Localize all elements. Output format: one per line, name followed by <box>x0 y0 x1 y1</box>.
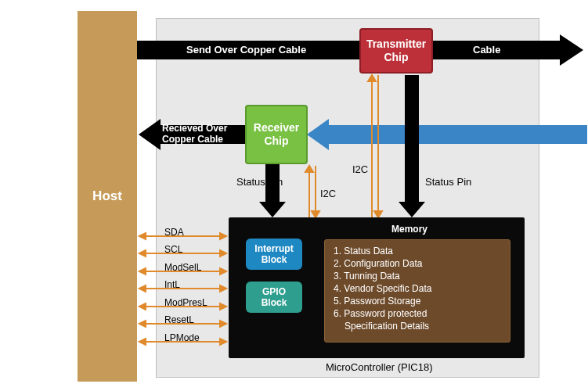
memory-item-6: 6. Password protected <box>334 308 431 319</box>
svg-marker-23 <box>220 250 226 256</box>
svg-marker-12 <box>305 166 313 172</box>
svg-marker-3 <box>307 119 329 150</box>
signal-label-4: ModPresL <box>164 297 207 308</box>
label-status-pin-rx: Status Pin <box>236 176 283 188</box>
signal-line-3 <box>139 285 226 292</box>
svg-marker-38 <box>220 339 226 345</box>
gpio-label-1: GPIO <box>262 286 286 297</box>
receiver-label-1: Receiver <box>254 121 299 135</box>
label-cable: Cable <box>473 44 500 56</box>
arrow-i2c-tx <box>368 75 382 217</box>
svg-marker-17 <box>374 211 382 217</box>
label-i2c-rx: I2C <box>320 188 336 199</box>
signal-label-0: SDA <box>164 227 184 238</box>
interrupt-block: Interrupt Block <box>246 239 302 270</box>
label-send-over-copper: Send Over Copper Cable <box>186 44 306 56</box>
label-recv-2: Copper Cable <box>162 134 223 145</box>
gpio-block: GPIO Block <box>246 282 302 313</box>
signal-label-2: ModSelL <box>164 262 201 273</box>
svg-rect-2 <box>329 125 587 144</box>
arrow-incoming-blue <box>307 119 587 150</box>
svg-marker-37 <box>139 339 146 345</box>
receiver-label-2: Chip <box>264 135 288 148</box>
svg-marker-25 <box>139 268 146 274</box>
svg-marker-19 <box>139 233 146 239</box>
svg-marker-34 <box>139 321 146 327</box>
svg-marker-9 <box>399 202 425 217</box>
svg-marker-35 <box>220 321 226 327</box>
svg-marker-20 <box>220 233 226 239</box>
signal-label-1: SCL <box>164 244 182 255</box>
svg-marker-16 <box>368 75 376 81</box>
signal-lines <box>139 233 226 345</box>
signal-label-3: IntL <box>164 279 180 290</box>
transmitter-chip: Transmitter Chip <box>359 28 433 74</box>
svg-marker-32 <box>220 303 226 310</box>
arrow-status-pin-rx <box>259 164 286 217</box>
transmitter-label-2: Chip <box>384 51 408 64</box>
memory-item-1: 1. Status Data <box>334 246 431 256</box>
svg-marker-29 <box>220 285 226 292</box>
label-status-pin-tx: Status Pin <box>425 176 471 188</box>
interrupt-label-2: Block <box>262 254 287 265</box>
memory-item-2: 2. Configuration Data <box>334 258 431 269</box>
arrow-status-pin-tx <box>399 75 425 217</box>
svg-marker-26 <box>220 268 226 274</box>
gpio-label-2: Block <box>262 297 287 308</box>
interrupt-label-1: Interrupt <box>254 243 293 254</box>
label-recv-1: Recieved Over <box>162 123 227 134</box>
svg-marker-22 <box>139 250 146 256</box>
svg-marker-13 <box>312 211 319 217</box>
transmitter-label-1: Transmitter <box>366 38 426 51</box>
memory-item-3: 3. Tunning Data <box>334 271 431 282</box>
svg-marker-28 <box>139 285 146 292</box>
memory-title: Memory <box>391 224 427 235</box>
mcu-caption: MicroController (PIC18) <box>326 361 433 373</box>
signal-label-5: ResetL <box>164 314 194 325</box>
label-i2c-tx: I2C <box>352 163 368 175</box>
svg-marker-31 <box>139 303 146 310</box>
svg-rect-8 <box>405 75 419 203</box>
memory-item-4: 4. Vendor Specific Data <box>334 283 431 294</box>
signal-label-6: LPMode <box>164 332 200 343</box>
svg-marker-7 <box>259 202 286 217</box>
memory-list: 1. Status Data 2. Configuration Data 3. … <box>334 246 431 333</box>
memory-item-5: 5. Password Storage <box>334 296 431 307</box>
receiver-chip: Receiver Chip <box>245 105 308 164</box>
signal-line-1 <box>139 250 226 256</box>
arrow-i2c-rx <box>305 166 319 217</box>
memory-item-6b: Specification Details <box>334 321 431 332</box>
svg-marker-1 <box>560 34 583 66</box>
svg-marker-5 <box>139 119 161 150</box>
